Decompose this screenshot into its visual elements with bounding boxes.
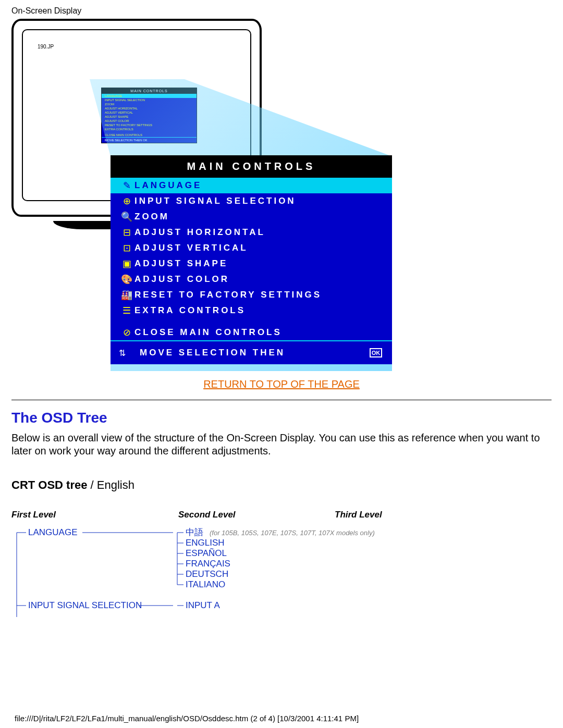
osd-footer-text: MOVE SELECTION THEN [140,348,368,358]
horiz-icon: ⊟ [119,227,134,238]
footer-path: file:///D|/rita/LF2/LF2/LFa1/multi_manua… [15,714,359,723]
vert-icon: ⊡ [119,242,134,254]
tree-title-bold: CRT OSD tree [11,478,91,491]
divider [11,400,552,400]
tree-title-lang: English [97,478,134,491]
osd-item-shape[interactable]: ▣ ADJUST SHAPE [111,256,392,272]
input-icon: ⊕ [119,195,134,207]
osd-panel: MAIN CONTROLS ✎ LANGUAGE ⊕ INPUT SIGNAL … [111,155,392,364]
tree-title: CRT OSD tree / English [11,478,552,492]
section-heading: The OSD Tree [11,410,552,426]
osd-item-label: ZOOM [134,212,169,222]
ok-icon: OK [368,348,384,357]
tree-l2-lang-1: ENGLISH [186,538,225,548]
extra-icon: ☰ [119,305,134,316]
mini-row: RESET TO FACTORY SETTINGS [102,123,197,127]
osd-item-label: INPUT SIGNAL SELECTION [134,196,296,206]
osd-close[interactable]: ⊘ CLOSE MAIN CONTROLS [111,325,392,340]
osd-title: MAIN CONTROLS [111,155,392,178]
mini-close: CLOSE MAIN CONTROLS [102,133,197,137]
close-icon: ⊘ [119,327,134,338]
mini-row: LANGUAGE [102,94,197,98]
osd-footer: ⇅ MOVE SELECTION THEN OK [111,340,392,364]
mini-row: ADJUST SHAPE [102,115,197,119]
osd-item-horiz[interactable]: ⊟ ADJUST HORIZONTAL [111,225,392,240]
osd-item-label: EXTRA CONTROLS [134,305,246,316]
page-header: On-Screen Display [11,6,81,16]
mini-row: ADJUST COLOR [102,119,197,123]
osd-item-extra[interactable]: ☰ EXTRA CONTROLS [111,303,392,318]
osd-item-label: ADJUST HORIZONTAL [134,227,265,238]
updown-icon: ⇅ [119,348,140,358]
mini-osd: MAIN CONTROLS LANGUAGE INPUT SIGNAL SELE… [101,88,197,143]
level-3-header: Third Level [335,510,382,520]
mini-row: INPUT SIGNAL SELECTION [102,98,197,102]
mini-row: ADJUST HORIZONTAL [102,106,197,110]
mini-foot: MOVE SELECTION THEN OK [102,137,197,143]
level-headers: First Level Second Level Third Level [11,510,552,520]
osd-item-vert[interactable]: ⊡ ADJUST VERTICAL [111,240,392,256]
osd-item-label: ADJUST VERTICAL [134,243,248,253]
tree-diagram: LANGUAGE INPUT SIGNAL SELECTION 中語 (for … [11,523,533,617]
shape-icon: ▣ [119,258,134,269]
color-icon: 🎨 [119,274,134,285]
osd-item-zoom[interactable]: 🔍 ZOOM [111,209,392,225]
mini-row: ZOOM [102,102,197,106]
lang-icon: ✎ [119,180,134,191]
osd-item-reset[interactable]: 🏭 RESET TO FACTORY SETTINGS [111,287,392,303]
tree-l2-input-0: INPUT A [186,600,220,610]
tree-l2-lang-0: 中語 [186,527,203,537]
osd-item-input[interactable]: ⊕ INPUT SIGNAL SELECTION [111,193,392,209]
osd-close-label: CLOSE MAIN CONTROLS [134,327,282,338]
tree-l1-language: LANGUAGE [28,527,77,537]
osd-item-language[interactable]: ✎ LANGUAGE [111,178,392,193]
osd-item-label: RESET TO FACTORY SETTINGS [134,290,322,300]
osd-item-color[interactable]: 🎨 ADJUST COLOR [111,272,392,287]
mini-row: EXTRA CONTROLS [102,127,197,131]
tree-l2-lang-5: ITALIANO [186,579,225,589]
tree-l2-lang-4: DEUTSCH [186,569,228,579]
monitor-illustration: 190.JP MAIN CONTROLS LANGUAGE INPUT SIGN… [11,19,552,373]
return-to-top-link[interactable]: RETURN TO TOP OF THE PAGE [11,378,552,390]
tree-l2-lang-note: (for 105B, 105S, 107E, 107S, 107T, 107X … [210,529,375,537]
section-paragraph: Below is an overall view of the structur… [11,431,552,458]
tree-l2-lang-3: FRANÇAIS [186,559,230,569]
zoom-icon: 🔍 [119,211,134,223]
level-2-header: Second Level [178,510,335,520]
crt-model-label: 190.JP [38,44,54,50]
level-1-header: First Level [11,510,178,520]
tree-l1-input: INPUT SIGNAL SELECTION [28,600,142,610]
osd-item-label: LANGUAGE [134,180,202,191]
tree-l2-lang-2: ESPAÑOL [186,548,227,558]
osd-item-label: ADJUST COLOR [134,274,229,285]
osd-tree: CRT OSD tree / English First Level Secon… [11,478,552,619]
tree-title-sep: / [91,478,97,491]
mini-row: ADJUST VERTICAL [102,110,197,115]
osd-item-label: ADJUST SHAPE [134,258,228,269]
mini-osd-title: MAIN CONTROLS [102,88,197,94]
reset-icon: 🏭 [119,289,134,301]
